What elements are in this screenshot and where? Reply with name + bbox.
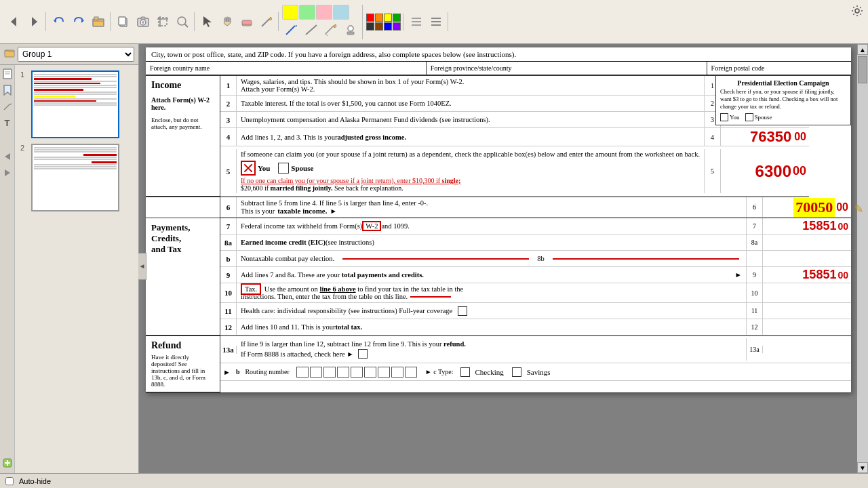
color-red[interactable]: [366, 14, 374, 22]
row-1-num: 1: [220, 76, 237, 95]
folder-icon: [4, 47, 15, 61]
svg-marker-24: [269, 17, 272, 20]
pencil-button[interactable]: [321, 20, 340, 39]
sidebar-text-icon[interactable]: T: [1, 117, 14, 129]
sidebar-plus-icon[interactable]: [1, 457, 14, 469]
forward-button[interactable]: [24, 12, 43, 31]
routing-box-9[interactable]: [405, 367, 417, 378]
back-button[interactable]: [5, 12, 24, 31]
row-13a-num: 13a: [220, 346, 237, 354]
scroll-up-button[interactable]: ▲: [857, 44, 868, 55]
routing-box-7[interactable]: [378, 367, 390, 378]
hand-button[interactable]: [218, 12, 237, 31]
svg-marker-47: [5, 169, 10, 176]
magnify-button[interactable]: [173, 12, 192, 31]
type-label: ► c Type:: [425, 368, 454, 375]
row-13b-label: b: [236, 368, 240, 375]
draw-group: [280, 5, 363, 39]
settings-button[interactable]: [849, 3, 865, 19]
vertical-scrollbar[interactable]: ▲ ▼: [857, 44, 868, 473]
highlight-blue-button[interactable]: [333, 5, 349, 20]
row-2-num: 2: [220, 96, 237, 111]
payments-row-12: 12 Add lines 10 and 11. This is your tot…: [220, 319, 851, 336]
routing-box-2[interactable]: [310, 367, 322, 378]
savings-label: Savings: [527, 368, 551, 376]
routing-box-8[interactable]: [391, 367, 403, 378]
expand-button[interactable]: [427, 12, 446, 31]
refund-section: Refund Have it directly deposited! See i…: [146, 336, 851, 393]
sidebar-page-icon[interactable]: [1, 68, 14, 80]
undo-button[interactable]: [50, 12, 68, 31]
pen-button[interactable]: [282, 20, 301, 39]
list-button[interactable]: [407, 12, 426, 31]
sidebar-bookmark-icon[interactable]: [1, 84, 14, 96]
row-5-value: 6300: [755, 162, 791, 181]
color-brown[interactable]: [375, 22, 383, 30]
crop-button[interactable]: [153, 12, 172, 31]
color-yellow[interactable]: [384, 14, 392, 22]
page-thumb-2[interactable]: 2: [20, 144, 133, 211]
scroll-down-button[interactable]: ▼: [857, 462, 868, 473]
wand-button[interactable]: [257, 12, 276, 31]
routing-box-5[interactable]: [351, 367, 363, 378]
page-preview-2[interactable]: [31, 144, 119, 211]
routing-box-6[interactable]: [364, 367, 376, 378]
presidential-you-checkbox[interactable]: [720, 113, 728, 121]
sidebar-collapse-arrow[interactable]: ◄: [138, 253, 146, 280]
scroll-thumb[interactable]: [858, 56, 867, 83]
presidential-checkboxes: You Spouse: [720, 113, 846, 121]
full-year-checkbox[interactable]: [458, 306, 467, 316]
savings-checkbox[interactable]: [512, 367, 521, 377]
highlight-green-button[interactable]: [299, 5, 315, 20]
row-6-num: 6: [220, 197, 237, 217]
refund-row-13b: ► b Routing number ► c Type:: [220, 363, 851, 381]
color-dark[interactable]: [366, 22, 374, 30]
color-blue[interactable]: [384, 22, 392, 30]
select-button[interactable]: [198, 12, 217, 31]
svg-line-27: [306, 25, 317, 35]
highlight-yellow-button[interactable]: [282, 5, 298, 20]
main-content: ▲ ▼ City, town or post office, state, an…: [139, 44, 868, 488]
routing-box-1[interactable]: [296, 367, 309, 378]
sidebar-arrow-left[interactable]: [1, 150, 14, 163]
row-11-num: 11: [220, 303, 237, 319]
eraser-button[interactable]: [237, 12, 256, 31]
checking-checkbox[interactable]: [460, 367, 470, 377]
stamp-button[interactable]: [341, 20, 360, 39]
svg-line-25: [286, 26, 295, 35]
presidential-spouse-checkbox[interactable]: [745, 113, 753, 121]
row-9-desc: Add lines 7 and 8a. These are your total…: [237, 267, 747, 283]
routing-box-4[interactable]: [337, 367, 349, 378]
file-group: [47, 12, 111, 31]
group-selector[interactable]: Group 1: [18, 47, 134, 62]
color-green[interactable]: [393, 14, 401, 22]
row-2-desc: Taxable interest. If the total is over $…: [237, 96, 705, 111]
checkbox-spouse[interactable]: [278, 163, 289, 174]
checkbox-you[interactable]: [241, 161, 256, 176]
color-purple[interactable]: [393, 22, 401, 30]
svg-rect-5: [94, 17, 98, 20]
routing-box-3[interactable]: [323, 367, 336, 378]
sidebar-pen-icon[interactable]: [1, 100, 14, 113]
page-preview-1[interactable]: [31, 70, 119, 138]
document-page: City, town or post office, state, and ZI…: [146, 47, 851, 393]
line-button[interactable]: [302, 20, 321, 39]
row-4-amount: 76350 00: [721, 128, 809, 146]
svg-rect-4: [93, 19, 104, 26]
redo-button[interactable]: [69, 12, 88, 31]
page-thumb-1[interactable]: 1: [20, 70, 133, 138]
highlight-pink-button[interactable]: [316, 5, 332, 20]
copy-button[interactable]: [114, 12, 133, 31]
color-orange[interactable]: [375, 14, 383, 22]
foreign-province-col: Foreign province/state/county: [427, 62, 707, 75]
row-13b-arrow: ►: [223, 368, 231, 376]
presidential-you-label: You: [730, 114, 740, 121]
auto-hide-checkbox[interactable]: [5, 477, 14, 485]
sidebar-arrow-right[interactable]: [1, 167, 14, 179]
open-button[interactable]: [89, 12, 108, 31]
city-row: City, town or post office, state, and ZI…: [146, 47, 851, 62]
camera-button[interactable]: [134, 12, 153, 31]
form8888-checkbox[interactable]: [358, 349, 368, 359]
row-7-ref: 7: [747, 218, 763, 234]
income-title: Income: [151, 80, 214, 91]
